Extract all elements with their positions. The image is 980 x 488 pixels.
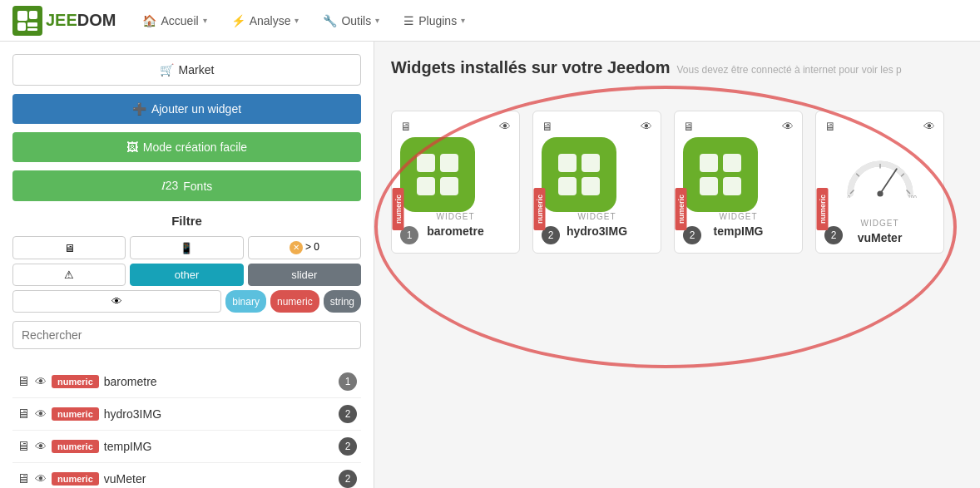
add-widget-button[interactable]: ➕ Ajouter un widget xyxy=(12,94,361,124)
count-badge: 2 xyxy=(339,470,357,488)
widget-icon-green xyxy=(542,137,616,212)
widget-card-tempimg[interactable]: 🖥 👁 numeric WIDGET tempIMG 2 xyxy=(674,111,803,254)
filter-monitor-button[interactable]: 🖥 xyxy=(12,236,126,259)
type-badge: numeric xyxy=(52,407,99,421)
sidebar: 🛒 Market ➕ Ajouter un widget 🖼 Mode créa… xyxy=(0,42,374,488)
caret-icon: ▾ xyxy=(203,16,207,25)
add-widget-label: Ajouter un widget xyxy=(151,102,241,116)
card-monitor-icon: 🖥 xyxy=(542,120,553,133)
svg-rect-9 xyxy=(558,154,577,172)
numeric-badge: numeric xyxy=(393,188,404,230)
card-monitor-icon: 🖥 xyxy=(683,120,695,133)
search-input[interactable] xyxy=(12,321,361,349)
nav-accueil[interactable]: 🏠 Accueil ▾ xyxy=(132,7,216,34)
svg-text:100: 100 xyxy=(908,195,917,198)
filter-grid: 🖥 📱 ✕ > 0 ⚠ other xyxy=(12,236,361,313)
brand-text: JEEDOM xyxy=(46,11,116,30)
filter-mobile-button[interactable]: 📱 xyxy=(130,236,243,259)
filter-other-button[interactable]: other xyxy=(130,264,243,286)
svg-rect-3 xyxy=(27,22,37,27)
filter-x-label: ✕ > 0 xyxy=(290,241,319,254)
market-button[interactable]: 🛒 Market xyxy=(12,54,361,86)
mobile-filter-icon: 📱 xyxy=(180,242,193,254)
image-icon: 🖼 xyxy=(126,140,138,154)
widget-card-hydro3img[interactable]: 🖥 👁 numeric WIDGET hydro3IMG 2 xyxy=(532,111,661,254)
widget-card-barometre[interactable]: 🖥 👁 numeric WIDGET barometre 1 xyxy=(391,111,520,254)
list-item: 🖥 👁 numeric tempIMG 2 xyxy=(12,431,361,463)
page-layout: 🛒 Market ➕ Ajouter un widget 🖼 Mode créa… xyxy=(0,42,980,488)
card-eye-icon: 👁 xyxy=(641,120,652,133)
widget-name: tempIMG xyxy=(104,440,334,453)
monitor-filter-icon: 🖥 xyxy=(64,242,75,254)
card-type-label: WIDGET xyxy=(542,212,652,221)
svg-rect-14 xyxy=(723,154,741,172)
filter-warning-button[interactable]: ⚠ xyxy=(12,264,126,286)
page-subtitle: Vous devez être connecté à internet pour… xyxy=(676,64,901,76)
count-badge: 1 xyxy=(339,372,357,391)
svg-rect-2 xyxy=(17,22,26,31)
logo-icon xyxy=(12,6,42,36)
widget-name: hydro3IMG xyxy=(104,407,334,421)
svg-rect-5 xyxy=(417,154,435,172)
nav-analyse[interactable]: ⚡ Analyse ▾ xyxy=(221,7,309,34)
widget-icon-green xyxy=(683,137,758,212)
nav-outils-label: Outils xyxy=(341,14,371,27)
count-badge: 2 xyxy=(339,437,357,456)
caret-icon: ▾ xyxy=(294,16,299,25)
caret-icon: ▾ xyxy=(375,16,379,25)
nav-analyse-label: Analyse xyxy=(250,14,291,27)
filter-string-button[interactable]: string xyxy=(324,290,361,313)
widget-card-vumeter[interactable]: 🖥 👁 numeric xyxy=(815,111,944,254)
cart-icon: 🛒 xyxy=(160,63,174,76)
svg-rect-11 xyxy=(558,177,577,195)
nav-outils[interactable]: 🔧 Outils ▾ xyxy=(313,7,389,34)
mode-creation-button[interactable]: 🖼 Mode création facile xyxy=(12,132,361,162)
count-badge: 2 xyxy=(339,405,357,423)
analyse-icon: ⚡ xyxy=(231,14,245,27)
outils-icon: 🔧 xyxy=(323,14,337,27)
filter-eye-button[interactable]: 👁 xyxy=(12,290,221,313)
card-monitor-icon: 🖥 xyxy=(400,120,412,133)
fonts-icon: 𝐼23 xyxy=(161,179,179,193)
brand-logo[interactable]: JEEDOM xyxy=(12,6,116,36)
svg-rect-7 xyxy=(417,177,435,195)
numeric-badge: numeric xyxy=(534,188,546,230)
navbar: JEEDOM 🏠 Accueil ▾ ⚡ Analyse ▾ 🔧 Outils … xyxy=(0,0,980,42)
svg-rect-8 xyxy=(440,177,458,195)
svg-rect-16 xyxy=(723,177,741,195)
filter-slider-button[interactable]: slider xyxy=(248,264,361,286)
eye-icon: 👁 xyxy=(35,407,47,421)
monitor-icon: 🖥 xyxy=(17,439,30,454)
numeric-badge: numeric xyxy=(817,188,829,230)
list-item: 🖥 👁 numeric vuMeter 2 xyxy=(12,463,361,488)
filter-x-button[interactable]: ✕ > 0 xyxy=(248,236,361,259)
nav-plugins[interactable]: ☰ Plugins ▾ xyxy=(393,7,475,34)
fonts-button[interactable]: 𝐼23 Fonts xyxy=(12,170,361,201)
monitor-icon: 🖥 xyxy=(17,471,30,486)
type-badge: numeric xyxy=(52,375,99,388)
filter-title: Filtre xyxy=(12,214,361,228)
filter-binary-button[interactable]: binary xyxy=(225,290,266,313)
nav-plugins-label: Plugins xyxy=(418,14,457,27)
svg-text:0: 0 xyxy=(847,195,850,198)
binary-label: binary xyxy=(232,296,260,308)
speedometer-icon: 0 100 xyxy=(843,137,918,212)
caret-icon: ▾ xyxy=(461,16,465,25)
card-top-icons: 🖥 👁 xyxy=(542,120,652,133)
list-item: 🖥 👁 numeric hydro3IMG 2 xyxy=(12,398,361,431)
widget-cards: 🖥 👁 numeric WIDGET barometre 1 xyxy=(391,111,963,254)
type-badge: numeric xyxy=(52,440,99,453)
monitor-icon: 🖥 xyxy=(17,407,30,421)
card-monitor-icon: 🖥 xyxy=(824,120,836,133)
warning-filter-icon: ⚠ xyxy=(64,269,74,281)
filter-row-1: 🖥 📱 ✕ > 0 xyxy=(12,236,361,259)
filter-numeric-button[interactable]: numeric xyxy=(270,290,319,313)
mode-creation-label: Mode création facile xyxy=(143,140,247,154)
string-label: string xyxy=(330,296,354,308)
eye-filter-icon: 👁 xyxy=(111,295,122,308)
svg-rect-10 xyxy=(582,154,600,172)
list-item: 🖥 👁 numeric barometre 1 xyxy=(12,366,361,398)
numeric-badge: numeric xyxy=(676,188,687,230)
widget-list: 🖥 👁 numeric barometre 1 🖥 👁 numeric hydr… xyxy=(12,366,361,488)
market-label: Market xyxy=(179,63,215,76)
